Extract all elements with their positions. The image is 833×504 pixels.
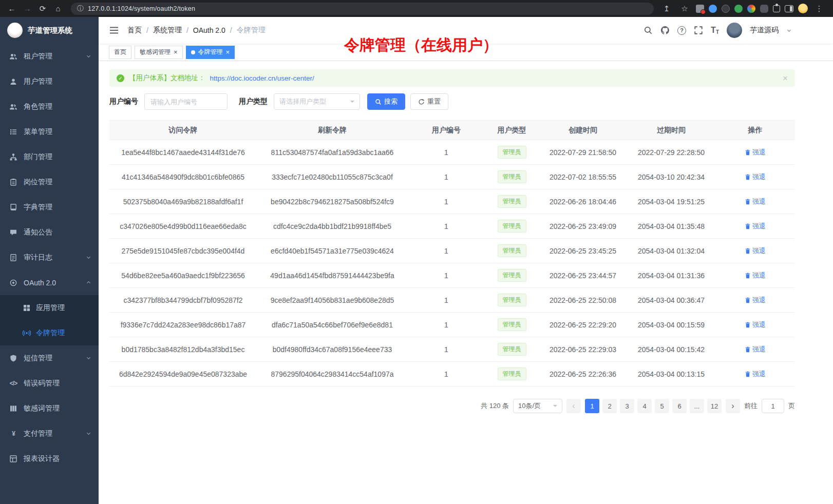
table-row: 54d6be82ee5a460a9aedc1f9bf22365649d1aa46… — [109, 263, 795, 288]
breadcrumb-item[interactable]: 令牌管理 — [237, 26, 266, 35]
force-logout-button[interactable]: 强退 — [745, 345, 766, 354]
page-button[interactable]: 3 — [620, 399, 634, 413]
browser-menu-icon[interactable]: ⋮ — [812, 2, 826, 15]
sidebar-item[interactable]: 用户管理 — [0, 69, 99, 94]
tab-2[interactable]: 令牌管理× — [186, 46, 235, 59]
force-logout-button[interactable]: 强退 — [745, 271, 766, 280]
user-avatar[interactable] — [727, 23, 742, 38]
browser-reload-icon[interactable]: ⟳ — [36, 2, 49, 15]
create-time-cell: 2022-06-25 22:29:03 — [539, 337, 627, 362]
breadcrumb-item[interactable]: 系统管理 — [153, 26, 182, 35]
tab-0[interactable]: 首页 — [109, 46, 131, 59]
sidebar-item[interactable]: 敏感词管理 — [0, 396, 99, 421]
browser-forward-icon[interactable]: → — [21, 2, 34, 15]
breadcrumb-item[interactable]: OAuth 2.0 — [193, 26, 225, 34]
page-button[interactable]: 4 — [637, 399, 652, 413]
force-logout-button[interactable]: 强退 — [745, 172, 766, 182]
help-icon[interactable] — [677, 26, 686, 35]
url-bar[interactable]: ⓘ 127.0.0.1:1024/system/oauth2/token — [71, 3, 654, 15]
force-logout-button[interactable]: 强退 — [745, 296, 766, 305]
org-icon — [9, 153, 17, 161]
user-type-cell: 管理员 — [485, 288, 539, 313]
close-tab-icon[interactable]: × — [174, 49, 178, 55]
expire-time-cell: 2054-03-04 00:15:42 — [627, 337, 715, 362]
sidebar: 芋道管理系统 租户管理用户管理角色管理菜单管理部门管理岗位管理字典管理通知公告审… — [0, 17, 99, 504]
github-icon[interactable] — [660, 26, 670, 35]
sidebar-item[interactable]: 角色管理 — [0, 94, 99, 119]
search-button[interactable]: 搜索 — [367, 93, 405, 110]
next-page-button[interactable]: › — [726, 399, 740, 413]
page-ellipsis[interactable]: ... — [690, 399, 704, 413]
browser-home-icon[interactable]: ⌂ — [51, 2, 65, 15]
extension-icon[interactable] — [696, 5, 704, 13]
goto-page-input[interactable] — [762, 399, 784, 413]
chevron-down-icon[interactable] — [786, 28, 792, 33]
table-row: c342377bf8b344799dcbf7bf095287f29ce8ef2a… — [109, 288, 795, 313]
alert-close-icon[interactable] — [783, 74, 788, 83]
user-id-input[interactable] — [144, 93, 228, 110]
extension-icon[interactable] — [722, 5, 730, 13]
page-button[interactable]: 6 — [672, 399, 687, 413]
refresh-token-cell: 49d1aa46d1454fbd87591444423be9fa — [257, 263, 408, 288]
chevron-down-icon — [86, 355, 91, 361]
prev-page-button[interactable]: ‹ — [566, 399, 581, 413]
sidebar-item[interactable]: 租户管理 — [0, 44, 99, 69]
force-logout-button[interactable]: 强退 — [745, 197, 766, 206]
force-logout-button[interactable]: 强退 — [745, 246, 766, 256]
sidebar-item[interactable]: 审计日志 — [0, 245, 99, 270]
page-size-select[interactable]: 10条/页 — [513, 399, 562, 413]
extension-icon[interactable] — [734, 5, 743, 13]
sidebar-subitem[interactable]: 令牌管理 — [0, 320, 99, 345]
side-panel-icon[interactable] — [785, 5, 793, 12]
app-logo[interactable]: 芋道管理系统 — [0, 17, 99, 44]
search-icon[interactable] — [643, 26, 653, 35]
sidebar-subitem[interactable]: 应用管理 — [0, 295, 99, 320]
trash-icon — [745, 322, 751, 328]
trash-icon — [745, 199, 751, 205]
user-name[interactable]: 芋道源码 — [750, 26, 779, 35]
sidebar-item[interactable]: OAuth 2.0 — [0, 270, 99, 295]
sidebar-item[interactable]: 菜单管理 — [0, 119, 99, 144]
reset-button[interactable]: 重置 — [410, 93, 448, 110]
trash-icon — [745, 346, 751, 353]
sidebar-item[interactable]: </>错误码管理 — [0, 371, 99, 396]
close-tab-icon[interactable]: × — [226, 49, 230, 55]
user-id-cell: 1 — [408, 239, 485, 263]
extensions-puzzle-icon[interactable] — [773, 5, 780, 12]
sidebar-item[interactable]: 通知公告 — [0, 220, 99, 245]
access-token-cell: c347026e805e4d99b0d116eae66eda8c — [109, 214, 257, 239]
user-type-cell: 管理员 — [485, 263, 539, 288]
extension-icon[interactable] — [760, 5, 768, 13]
page-button[interactable]: 5 — [655, 399, 669, 413]
font-size-icon[interactable] — [711, 26, 719, 35]
collapse-sidebar-icon[interactable] — [109, 25, 119, 35]
sidebar-item[interactable]: 字典管理 — [0, 195, 99, 220]
table-row: b0d1785bc3a8482f812db4a3f3bd15ecb0df4980… — [109, 337, 795, 362]
force-logout-button[interactable]: 强退 — [745, 222, 766, 231]
sidebar-item[interactable]: 岗位管理 — [0, 169, 99, 195]
share-icon[interactable]: ↥ — [660, 2, 673, 15]
page-button[interactable]: 2 — [602, 399, 617, 413]
sidebar-item[interactable]: ¥支付管理 — [0, 421, 99, 446]
sidebar-item[interactable]: 报表设计器 — [0, 446, 99, 471]
page-button[interactable]: 12 — [707, 399, 722, 413]
browser-profile-avatar[interactable] — [798, 4, 808, 13]
sidebar-item[interactable]: 部门管理 — [0, 144, 99, 169]
tabs-bar: 首页敏感词管理×令牌管理× — [99, 44, 833, 61]
force-logout-button[interactable]: 强退 — [745, 148, 766, 157]
user-type-select[interactable]: 请选择用户类型 — [274, 93, 360, 110]
sidebar-item[interactable]: 短信管理 — [0, 345, 99, 371]
page-button[interactable]: 1 — [585, 399, 599, 413]
site-info-icon[interactable]: ⓘ — [77, 4, 84, 13]
extension-icon[interactable] — [747, 5, 755, 13]
browser-back-icon[interactable]: ← — [5, 2, 18, 15]
force-logout-button[interactable]: 强退 — [745, 320, 766, 329]
bookmark-star-icon[interactable]: ☆ — [678, 2, 691, 15]
extension-icon[interactable] — [709, 5, 717, 13]
tab-1[interactable]: 敏感词管理× — [135, 46, 183, 59]
fullscreen-icon[interactable] — [694, 26, 703, 35]
force-logout-button[interactable]: 强退 — [745, 370, 766, 379]
breadcrumb-item[interactable]: 首页 — [127, 26, 142, 35]
doc-link[interactable]: https://doc.iocoder.cn/user-center/ — [210, 74, 314, 82]
total-count: 共 120 条 — [481, 401, 509, 411]
